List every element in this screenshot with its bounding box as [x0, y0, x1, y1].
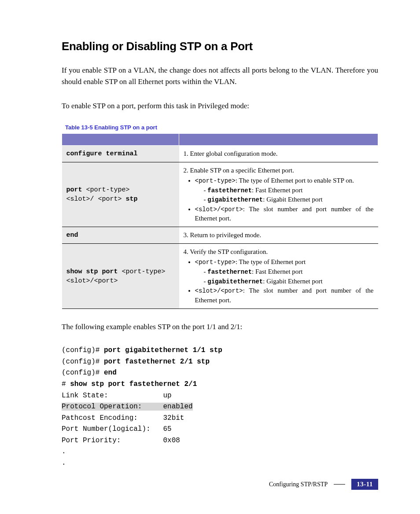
cmd-keyword: port	[66, 186, 86, 194]
desc-text: 1. Enter global configuration mode.	[179, 146, 378, 162]
option-desc: : Fast Ethernet port	[252, 268, 302, 275]
table-row: configure terminal 1. Enter global confi…	[62, 146, 378, 162]
desc-text: 3. Return to privileged mode.	[179, 227, 378, 244]
option-desc: : Gigabit Ethernet port	[263, 278, 322, 285]
option-desc: : Gigabit Ethernet port	[263, 196, 322, 203]
section-heading: Enabling or Disabling STP on a Port	[62, 40, 378, 53]
footer-chapter-name: Configuring STP/RSTP	[269, 481, 328, 488]
param-desc: : The type of Ethernet port	[236, 258, 306, 265]
intro-paragraph: If you enable STP on a VLAN, the change …	[62, 65, 378, 88]
table-caption: Table 13-5 Enabling STP on a port	[65, 124, 378, 131]
option-name: gigabitethernet	[207, 278, 263, 285]
table-header-blank-right	[179, 134, 378, 146]
cmd-arg: <slot>/ <port>	[66, 195, 126, 203]
option-name: gigabitethernet	[207, 196, 263, 203]
table-row: show stp port <port-type> <slot>/<port> …	[62, 244, 378, 308]
code-example: (config)# port gigabitethernet 1/1 stp (…	[62, 345, 378, 469]
cmd-text: end	[66, 231, 78, 239]
option-name: fastethernet	[207, 187, 252, 194]
param-name: <slot>/<port>	[195, 206, 243, 213]
cmd-arg: <port-type>	[122, 268, 166, 275]
option-name: fastethernet	[207, 268, 252, 275]
param-name: <port-type>	[195, 259, 236, 266]
table-header-blank-left	[62, 134, 179, 146]
page-number: 13-11	[351, 479, 378, 490]
cmd-text: configure terminal	[66, 150, 138, 158]
table-row: end 3. Return to privileged mode.	[62, 227, 378, 244]
footer-divider	[334, 484, 345, 485]
param-name: <slot>/<port>	[195, 287, 243, 294]
cmd-keyword: stp	[126, 195, 138, 203]
cmd-arg: <port-type>	[86, 186, 130, 194]
option-desc: : Fast Ethernet port	[252, 187, 302, 194]
table-row: port <port-type> <slot>/ <port> stp 2. E…	[62, 162, 378, 227]
param-desc: : The type of Ethernet port to enable ST…	[236, 177, 354, 184]
command-table: configure terminal 1. Enter global confi…	[62, 133, 378, 309]
page-footer: Configuring STP/RSTP 13-11	[269, 479, 378, 490]
lead-paragraph: To enable STP on a port, perform this ta…	[62, 100, 378, 112]
desc-head: 4. Verify the STP configuration.	[184, 248, 268, 255]
cmd-arg: <slot>/<port>	[66, 277, 118, 285]
param-name: <port-type>	[195, 177, 236, 184]
cmd-keyword: show stp port	[66, 268, 122, 275]
example-lead: The following example enables STP on the…	[62, 321, 378, 333]
desc-head: 2. Enable STP on a specific Ethernet por…	[184, 167, 294, 174]
